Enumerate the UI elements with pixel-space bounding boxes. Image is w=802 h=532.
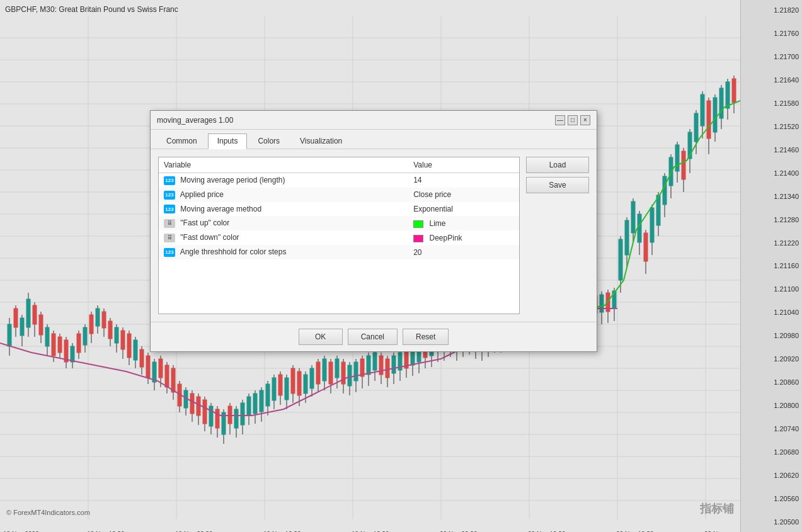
- number-icon: 123: [164, 176, 175, 185]
- column-variable: Variable: [159, 157, 408, 173]
- table-row[interactable]: ⠿ "Fast down" color DeepPink: [159, 230, 519, 245]
- color-icon: ⠿: [164, 234, 175, 242]
- reset-button[interactable]: Reset: [403, 329, 449, 345]
- table-row[interactable]: 123 Moving average period (length) 14: [159, 173, 519, 188]
- table-row[interactable]: 123 Applied price Close price: [159, 188, 519, 202]
- ok-button[interactable]: OK: [299, 329, 343, 345]
- color-icon: ⠿: [164, 219, 175, 228]
- close-button[interactable]: ×: [580, 115, 590, 125]
- dialog-footer: OK Cancel Reset: [151, 322, 597, 351]
- dialog-window: moving_averages 1.00 — □ × Common Inputs…: [150, 110, 597, 352]
- inputs-table: Variable Value 123 Moving average period…: [159, 157, 519, 259]
- variable-cell: ⠿ "Fast up" color: [159, 216, 408, 230]
- color-swatch-lime: [413, 220, 423, 228]
- value-cell: Lime: [408, 216, 519, 230]
- minimize-button[interactable]: —: [555, 115, 565, 125]
- table-row[interactable]: 123 Angle threshhold for color steps 20: [159, 245, 519, 259]
- titlebar-buttons: — □ ×: [555, 115, 590, 125]
- variable-cell: 123 Moving average method: [159, 202, 408, 217]
- table-row[interactable]: 123 Moving average method Exponential: [159, 202, 519, 217]
- dialog-titlebar: moving_averages 1.00 — □ ×: [151, 111, 597, 130]
- inputs-table-container[interactable]: Variable Value 123 Moving average period…: [158, 157, 520, 314]
- value-cell: 14: [408, 173, 519, 188]
- dialog-content: Variable Value 123 Moving average period…: [151, 149, 597, 322]
- tab-inputs[interactable]: Inputs: [208, 133, 248, 149]
- column-value: Value: [408, 157, 519, 173]
- table-row[interactable]: ⠿ "Fast up" color Lime: [159, 216, 519, 230]
- variable-cell: 123 Moving average period (length): [159, 173, 408, 188]
- number-icon: 123: [164, 248, 175, 257]
- variable-cell: 123 Applied price: [159, 188, 408, 202]
- cancel-button[interactable]: Cancel: [348, 329, 398, 345]
- load-button[interactable]: Load: [526, 157, 589, 173]
- value-cell: Close price: [408, 188, 519, 202]
- tabs-bar: Common Inputs Colors Visualization: [151, 130, 597, 149]
- dialog-overlay: moving_averages 1.00 — □ × Common Inputs…: [0, 0, 802, 532]
- tab-colors[interactable]: Colors: [248, 133, 289, 149]
- save-button[interactable]: Save: [526, 177, 589, 193]
- dialog-title: moving_averages 1.00: [157, 116, 233, 125]
- value-cell: Exponential: [408, 202, 519, 217]
- number-icon: 123: [164, 205, 175, 213]
- tab-visualization[interactable]: Visualization: [290, 133, 352, 149]
- variable-cell: ⠿ "Fast down" color: [159, 230, 408, 245]
- tab-common[interactable]: Common: [157, 133, 207, 149]
- maximize-button[interactable]: □: [568, 115, 578, 125]
- variable-cell: 123 Angle threshhold for color steps: [159, 245, 408, 259]
- number-icon: 123: [164, 191, 175, 200]
- value-cell: DeepPink: [408, 230, 519, 245]
- value-cell: 20: [408, 245, 519, 259]
- color-swatch-deeppink: [413, 235, 423, 242]
- side-buttons-panel: Load Save: [526, 157, 589, 314]
